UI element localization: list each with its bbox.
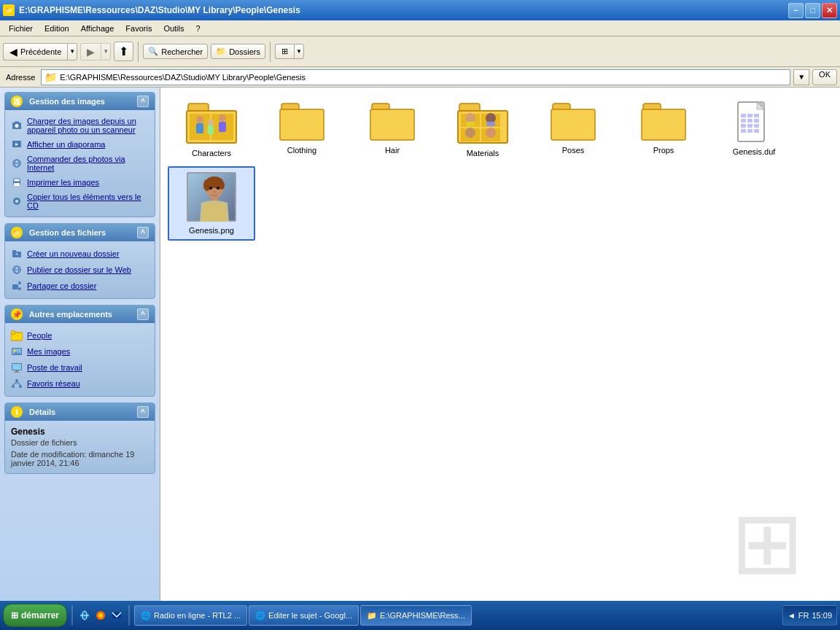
menu-affichage[interactable]: Affichage [75,23,120,34]
file-item-clothing[interactable]: Clothing [258,95,346,163]
file-item-characters[interactable]: Characters [168,95,255,163]
taskbar-item-explorer[interactable]: 📁 E:\GRAPHISME\Ress... [360,605,472,626]
link-people-label: People [27,331,52,340]
toolbar: ◀ Précédente ▼ ▶ ▼ ⬆ 🔍 Rechercher 📁 Doss… [0,36,840,67]
back-arrow-icon: ◀ [9,46,18,58]
materials-folder-icon [456,101,509,146]
svg-rect-32 [15,370,18,372]
taskbar-radio-label: Radio en ligne - RTL2 ... [154,611,241,620]
taskbar-item-radio[interactable]: 🌐 Radio en ligne - RTL2 ... [134,605,247,626]
svg-rect-31 [12,364,21,370]
svg-point-1 [15,124,19,128]
file-item-poses[interactable]: Poses [529,95,617,163]
link-load-camera-label: Charger des images depuis un appareil ph… [27,117,149,134]
file-item-props[interactable]: Props [620,95,707,163]
link-print[interactable]: Imprimer les images [8,174,152,190]
up-button[interactable]: ⬆ [114,42,133,61]
svg-point-35 [12,385,15,388]
svg-point-94 [214,191,216,192]
close-button[interactable]: ✕ [822,3,837,18]
start-button[interactable]: ⊞ démarrer [3,604,67,627]
minimize-button[interactable]: − [788,3,804,18]
views-button[interactable]: ⊞ [275,44,294,59]
views-icon: ⊞ [281,47,288,56]
taskbar-google-icon: 🌐 [255,611,265,621]
outlook-icon[interactable] [109,608,124,623]
autres-icon: 📌 [11,308,23,320]
link-people[interactable]: People [8,327,152,343]
taskbar-explorer-icon: 📁 [367,611,377,621]
details-icon: ℹ [11,406,23,418]
print-icon [11,176,23,188]
slideshow-icon [11,139,23,150]
svg-rect-78 [741,124,746,128]
forward-arrow-icon: ▶ [87,46,95,58]
windows-logo-icon: ⊞ [11,610,18,621]
address-folder-icon: 📁 [44,71,57,83]
file-item-genesis-png[interactable]: Genesis.png [168,166,255,241]
forward-dropdown[interactable]: ▼ [101,43,111,61]
link-workstation[interactable]: Poste de travail [8,359,152,376]
link-my-images-label: Mes images [27,347,70,356]
details-content: Genesis Dossier de fichiers Date de modi… [5,421,155,473]
cd-icon [11,195,23,207]
svg-rect-25 [11,331,15,334]
link-slideshow[interactable]: Afficher un diaporama [8,136,152,152]
svg-point-45 [219,114,226,122]
address-go-button[interactable]: OK [812,69,837,85]
taskbar-explorer-label: E:\GRAPHISME\Ress... [380,611,465,620]
my-images-icon [11,346,23,357]
back-button[interactable]: ◀ Précédente [3,43,67,61]
back-dropdown[interactable]: ▼ [67,43,77,61]
link-network-favorites[interactable]: Favoris réseau [8,376,152,392]
folders-button[interactable]: 📁 Dossiers [211,44,265,59]
file-item-genesis-duf[interactable]: Genesis.duf [710,95,798,163]
section-gestion-fichiers-header[interactable]: 📁 Gestion des fichiers ^ [5,224,155,241]
firefox-icon[interactable] [93,608,108,623]
forward-button[interactable]: ▶ [80,43,101,61]
link-share-folder[interactable]: Partager ce dossier [8,278,152,294]
characters-folder-icon [185,101,238,146]
link-load-camera[interactable]: Charger des images depuis un appareil ph… [8,114,152,136]
maximize-button[interactable]: □ [805,3,820,18]
gestion-images-collapse[interactable]: ^ [137,96,149,107]
section-autres-emplacements-header[interactable]: 📌 Autres emplacements ^ [5,306,155,323]
svg-rect-82 [747,129,752,133]
search-button[interactable]: 🔍 Rechercher [143,44,208,59]
svg-rect-79 [747,124,752,128]
section-autres-emplacements: 📌 Autres emplacements ^ People Mes image… [4,305,155,397]
menu-outils[interactable]: Outils [158,23,190,34]
svg-rect-80 [754,124,759,128]
views-dropdown[interactable]: ▼ [294,44,304,59]
menu-edition[interactable]: Edition [39,23,75,34]
tray-arrow[interactable]: ◄ [788,611,796,620]
camera-icon [11,120,23,131]
section-gestion-images-header[interactable]: 🖼 Gestion des images ^ [5,93,155,110]
svg-point-13 [16,201,18,202]
tray-lang: FR [798,611,809,620]
link-copy-cd[interactable]: Copier tous les éléments vers le CD [8,190,152,212]
menu-favoris[interactable]: Favoris [120,23,158,34]
gestion-images-content: Charger des images depuis un appareil ph… [5,110,155,217]
file-item-hair[interactable]: Hair [349,95,436,163]
link-order-photos[interactable]: Commander des photos via Internet [8,152,152,174]
address-dropdown-button[interactable]: ▼ [793,69,809,85]
gestion-fichiers-collapse[interactable]: ^ [137,227,149,238]
ie-icon[interactable] [77,608,92,623]
link-new-folder[interactable]: + Créer un nouveau dossier [8,246,152,262]
details-collapse[interactable]: ^ [137,406,149,418]
autres-collapse[interactable]: ^ [137,308,149,320]
titlebar-left: 📁 E:\GRAPHISME\Ressources\DAZ\Studio\MY … [3,4,300,16]
link-my-images[interactable]: Mes images [8,343,152,359]
address-input[interactable]: 📁 E:\GRAPHISME\Ressources\DAZ\Studio\MY … [41,69,790,85]
taskbar-item-google[interactable]: 🌐 Editer le sujet - Googl... [249,605,359,626]
taskbar: ⊞ démarrer 🌐 Radio en ligne - RTL2 ... 🌐… [0,601,840,630]
section-details-header[interactable]: ℹ Détails ^ [5,403,155,421]
menu-help[interactable]: ? [190,23,206,34]
link-publish-web[interactable]: Publier ce dossier sur le Web [8,262,152,278]
menu-fichier[interactable]: Fichier [3,23,39,34]
web-icon [11,264,23,276]
details-name: Genesis [11,427,149,437]
svg-text:+: + [15,251,19,257]
file-item-materials[interactable]: Materials [439,95,526,163]
